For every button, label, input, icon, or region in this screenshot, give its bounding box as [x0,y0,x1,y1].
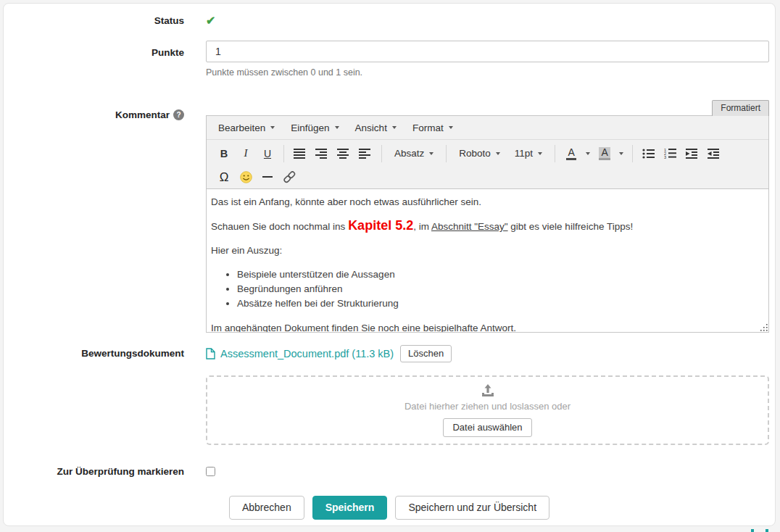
cutoff-content [766,529,768,532]
paragraph: Hier ein Auszug: [211,244,761,257]
background-color-caret-button[interactable] [616,144,626,163]
text-color-button[interactable]: A [561,144,581,163]
align-justify-button[interactable] [290,144,310,163]
punkte-label: Punkte [4,41,184,78]
align-right-icon [315,149,328,159]
align-justify-icon [294,149,307,159]
actions-row: Abbrechen Speichern Speichern und zur Üb… [4,496,775,520]
paragraph: Im angehängten Dokument finden Sie noch … [211,321,761,332]
resize-grip-icon [760,324,768,331]
kommentar-row: Kommentar? Formatiert Bearbeiten Einfüge… [4,99,775,333]
chevron-down-icon [270,126,275,129]
menu-item-format[interactable]: Format [404,117,461,138]
editor-menubar: Bearbeiten Einfügen Ansicht Format [207,116,768,140]
editor-toolbar-primary: B I U [207,140,768,167]
paragraph: Schauen Sie doch nochmal ins Kapitel 5.2… [211,219,761,233]
save-overview-button[interactable]: Speichern und zur Übersicht [395,496,549,520]
underlined-text: Abschnitt "Essay" [431,221,508,232]
insert-link-button[interactable] [279,167,300,186]
text-color-caret-button[interactable] [583,144,593,163]
bold-button[interactable]: B [214,144,234,163]
emoticons-button[interactable] [236,167,256,186]
review-checkbox[interactable] [206,467,215,476]
list-item: Begründungen anführen [237,282,761,296]
toolbar-divider [381,145,382,162]
bullet-list-button[interactable] [639,144,659,163]
choose-file-button[interactable]: Datei auswählen [443,418,531,437]
chevron-down-icon [538,152,542,155]
link-icon [283,170,296,183]
toolbar-divider [555,145,555,162]
omega-icon: Ω [220,171,229,183]
smiley-icon [240,171,252,183]
background-color-button[interactable]: A [594,144,615,163]
underline-button[interactable]: U [257,144,278,163]
bullet-list: Beispiele unterstützen die Aussagen Begr… [211,267,761,311]
chevron-down-icon [496,152,500,155]
status-row: Status ✔ [4,14,775,28]
background-color-icon: A [599,147,610,160]
page: Status ✔ Punkte Punkte müssen zwischen 0… [0,0,780,532]
chevron-down-icon [449,126,453,129]
pdf-file-icon [206,348,215,359]
upload-icon [480,384,496,397]
numbered-list-button[interactable]: 123 [660,144,681,163]
special-char-button[interactable]: Ω [214,167,234,186]
chevron-down-icon [429,152,433,155]
menu-item-bearbeiten[interactable]: Bearbeiten [210,117,283,138]
editor-toolbar-secondary: Ω [207,167,768,188]
horizontal-rule-icon [262,176,273,178]
resize-handle[interactable] [760,324,768,331]
toolbar-divider [446,145,447,162]
indent-icon [686,149,699,159]
numbered-list-icon: 123 [664,148,677,159]
highlighted-text: Kapitel 5.2 [348,218,413,233]
list-item: Beispiele unterstützen die Aussagen [237,267,761,282]
rich-text-editor: Bearbeiten Einfügen Ansicht Format [206,115,769,333]
save-button[interactable]: Speichern [312,496,388,520]
menu-item-einfuegen[interactable]: Einfügen [283,117,347,138]
outdent-icon [708,149,721,159]
horizontal-rule-button[interactable] [257,167,278,186]
outdent-button[interactable] [704,144,724,163]
chevron-down-icon [392,126,397,129]
status-label: Status [4,14,184,28]
paragraph-format-dropdown[interactable]: Absatz [388,144,440,163]
text-color-icon: A [566,147,576,160]
punkte-input[interactable] [206,41,769,62]
punkte-help-text: Punkte müssen zwischen 0 und 1 sein. [206,67,769,78]
file-dropzone[interactable]: Datei hierher ziehen und loslassen oder … [206,375,769,445]
editor-content[interactable]: Das ist ein Anfang, könnte aber noch etw… [207,188,768,332]
file-link[interactable]: Assessment_Document.pdf (11.3 kB) [220,348,394,359]
bewertungsdokument-row: Bewertungsdokument Assessment_Document.p… [4,345,775,362]
bewertungsdokument-label: Bewertungsdokument [4,345,184,362]
dropzone-text: Datei hierher ziehen und loslassen oder [404,401,571,412]
review-row: Zur Überprüfung markieren [4,465,775,479]
review-label: Zur Überprüfung markieren [4,465,184,479]
chevron-down-icon [619,152,623,155]
chevron-down-icon [335,126,339,129]
align-center-button[interactable] [333,144,354,163]
menu-item-ansicht[interactable]: Ansicht [347,117,404,138]
italic-button[interactable]: I [236,144,256,163]
svg-text:3: 3 [664,155,666,159]
chevron-down-icon [586,152,590,155]
font-size-dropdown[interactable]: 11pt [508,144,549,163]
align-center-icon [337,149,350,159]
status-check-icon: ✔ [206,14,215,28]
toolbar-divider [632,145,633,162]
kommentar-label: Kommentar [115,109,170,120]
list-item: Absätze helfen bei der Strukturierung [237,296,761,311]
align-left-icon [359,149,372,159]
help-icon[interactable]: ? [173,109,184,120]
toolbar-divider [283,145,284,162]
cancel-button[interactable]: Abbrechen [229,496,304,520]
bullet-list-icon [642,149,655,159]
align-left-button[interactable] [355,144,376,163]
grading-form-panel: Status ✔ Punkte Punkte müssen zwischen 0… [3,3,776,526]
indent-button[interactable] [682,144,702,163]
delete-button[interactable]: Löschen [400,345,452,362]
font-family-dropdown[interactable]: Roboto [452,144,507,163]
formatted-tab[interactable]: Formatiert [712,100,769,116]
align-right-button[interactable] [312,144,332,163]
